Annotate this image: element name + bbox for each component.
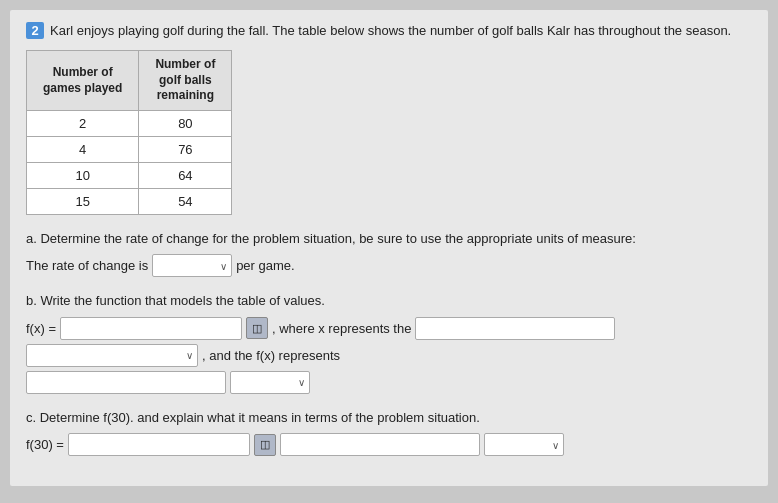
games-played-cell: 2 xyxy=(27,110,139,136)
fx-icon-button[interactable]: ◫ xyxy=(246,317,268,339)
part-b-section: b. Write the function that models the ta… xyxy=(26,291,752,394)
part-c-row: f(30) = ◫ xyxy=(26,433,752,456)
rate-of-change-prefix: The rate of change is xyxy=(26,258,148,273)
rate-of-change-dropdown[interactable]: -2 -4 2 4 xyxy=(152,254,232,277)
f30-icon-button[interactable]: ◫ xyxy=(254,434,276,456)
problem-header: 2 Karl enjoys playing golf during the fa… xyxy=(26,22,752,40)
f30-dropdown-wrapper[interactable] xyxy=(484,433,564,456)
problem-number: 2 xyxy=(26,22,44,39)
part-c-section: c. Determine f(30). and explain what it … xyxy=(26,408,752,457)
balls-remaining-cell: 64 xyxy=(139,162,232,188)
fx-represents-input[interactable] xyxy=(26,371,226,394)
fx-represents-dropdown[interactable] xyxy=(230,371,310,394)
where-x-dropdown[interactable]: number of games played number of golf ba… xyxy=(26,344,198,367)
part-c-label: c. Determine f(30). and explain what it … xyxy=(26,408,752,428)
where-x-input[interactable] xyxy=(415,317,615,340)
table-row: 1554 xyxy=(27,188,232,214)
games-played-cell: 4 xyxy=(27,136,139,162)
part-a-row: The rate of change is -2 -4 2 4 per game… xyxy=(26,254,752,277)
and-text: , and the f(x) represents xyxy=(202,348,340,363)
rate-dropdown-wrapper[interactable]: -2 -4 2 4 xyxy=(152,254,232,277)
col2-header: Number of golf balls remaining xyxy=(139,51,232,111)
f30-prefix: f(30) = xyxy=(26,437,64,452)
fx-value-input[interactable] xyxy=(60,317,242,340)
page-container: 2 Karl enjoys playing golf during the fa… xyxy=(10,10,768,486)
games-played-cell: 10 xyxy=(27,162,139,188)
part-b-label: b. Write the function that models the ta… xyxy=(26,291,752,311)
where-dropdown-wrapper[interactable]: number of games played number of golf ba… xyxy=(26,344,198,367)
f30-dropdown[interactable] xyxy=(484,433,564,456)
balls-remaining-cell: 54 xyxy=(139,188,232,214)
balls-remaining-cell: 80 xyxy=(139,110,232,136)
part-b-row: f(x) = ◫ , where x represents the number… xyxy=(26,317,752,367)
balls-remaining-cell: 76 xyxy=(139,136,232,162)
table-row: 476 xyxy=(27,136,232,162)
f30-value-input[interactable] xyxy=(68,433,250,456)
fx-prefix: f(x) = xyxy=(26,321,56,336)
part-a-section: a. Determine the rate of change for the … xyxy=(26,229,752,278)
col1-header: Number of games played xyxy=(27,51,139,111)
games-played-cell: 15 xyxy=(27,188,139,214)
fx-represents-dropdown-wrapper[interactable] xyxy=(230,371,310,394)
where-text: , where x represents the xyxy=(272,321,411,336)
part-a-label: a. Determine the rate of change for the … xyxy=(26,229,752,249)
per-game-suffix: per game. xyxy=(236,258,295,273)
data-table-container: Number of games played Number of golf ba… xyxy=(26,50,752,215)
f30-explanation-input[interactable] xyxy=(280,433,480,456)
table-row: 280 xyxy=(27,110,232,136)
data-table: Number of games played Number of golf ba… xyxy=(26,50,232,215)
problem-text: Karl enjoys playing golf during the fall… xyxy=(50,22,731,40)
table-row: 1064 xyxy=(27,162,232,188)
part-b-second-row xyxy=(26,371,752,394)
